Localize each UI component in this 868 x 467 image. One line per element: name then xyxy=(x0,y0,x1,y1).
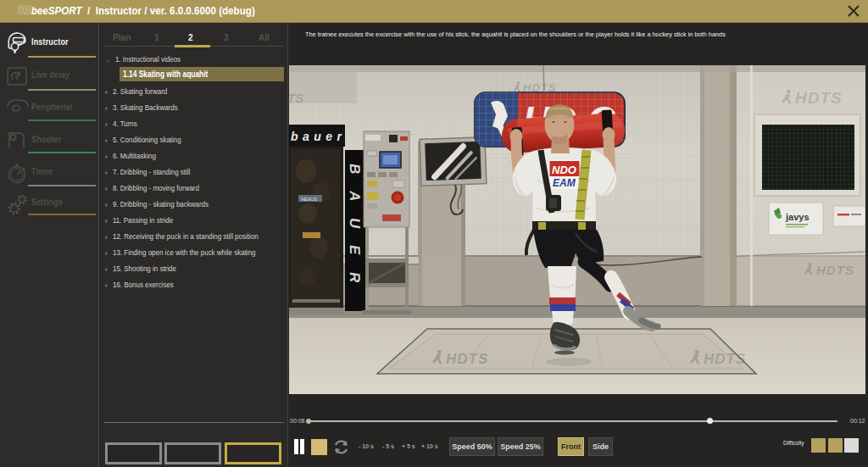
svg-text:HDTS: HDTS xyxy=(795,89,843,107)
svg-text:B: B xyxy=(347,164,363,175)
svg-text:NDO: NDO xyxy=(552,164,576,176)
svg-text:R: R xyxy=(347,272,363,284)
svg-text:EAM: EAM xyxy=(553,177,576,189)
svg-text:TS: TS xyxy=(289,91,303,105)
svg-text:NEXUS: NEXUS xyxy=(301,197,317,202)
svg-text:HDTS: HDTS xyxy=(446,351,488,367)
svg-text:javys: javys xyxy=(785,212,810,222)
svg-text:HDTS: HDTS xyxy=(816,263,854,277)
svg-text:U: U xyxy=(347,218,363,230)
svg-text:E: E xyxy=(347,245,363,256)
svg-text:HDTS: HDTS xyxy=(704,351,746,367)
svg-text:A: A xyxy=(347,190,363,202)
